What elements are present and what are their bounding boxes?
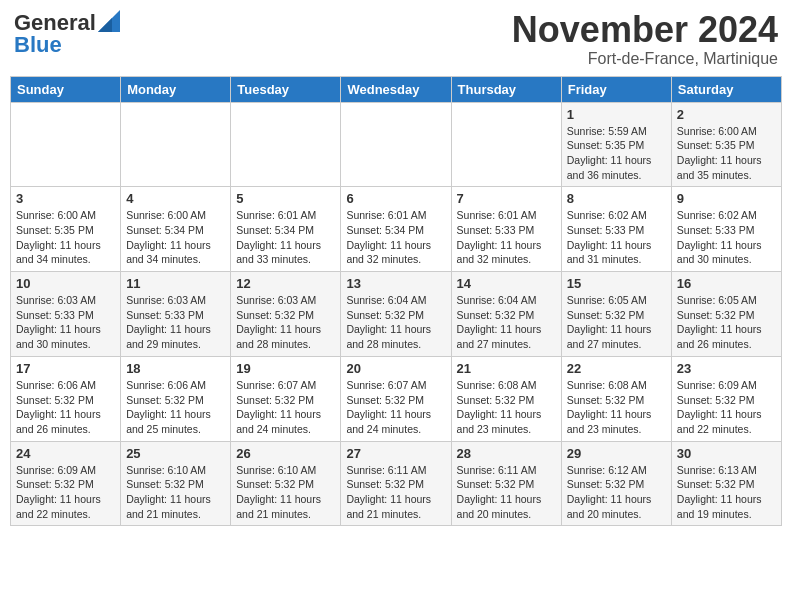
day-info: Sunrise: 6:02 AM Sunset: 5:33 PM Dayligh… <box>567 208 666 267</box>
calendar-cell: 5Sunrise: 6:01 AM Sunset: 5:34 PM Daylig… <box>231 187 341 272</box>
calendar-cell: 28Sunrise: 6:11 AM Sunset: 5:32 PM Dayli… <box>451 441 561 526</box>
day-number: 28 <box>457 446 556 461</box>
day-number: 1 <box>567 107 666 122</box>
day-number: 3 <box>16 191 115 206</box>
weekday-header-tuesday: Tuesday <box>231 76 341 102</box>
location: Fort-de-France, Martinique <box>512 50 778 68</box>
weekday-header-wednesday: Wednesday <box>341 76 451 102</box>
day-info: Sunrise: 6:10 AM Sunset: 5:32 PM Dayligh… <box>126 463 225 522</box>
calendar-cell: 22Sunrise: 6:08 AM Sunset: 5:32 PM Dayli… <box>561 356 671 441</box>
day-info: Sunrise: 6:04 AM Sunset: 5:32 PM Dayligh… <box>457 293 556 352</box>
day-number: 4 <box>126 191 225 206</box>
day-info: Sunrise: 6:02 AM Sunset: 5:33 PM Dayligh… <box>677 208 776 267</box>
calendar-cell: 4Sunrise: 6:00 AM Sunset: 5:34 PM Daylig… <box>121 187 231 272</box>
calendar-cell: 10Sunrise: 6:03 AM Sunset: 5:33 PM Dayli… <box>11 272 121 357</box>
day-info: Sunrise: 6:05 AM Sunset: 5:32 PM Dayligh… <box>677 293 776 352</box>
calendar-cell: 2Sunrise: 6:00 AM Sunset: 5:35 PM Daylig… <box>671 102 781 187</box>
day-info: Sunrise: 6:00 AM Sunset: 5:35 PM Dayligh… <box>677 124 776 183</box>
day-number: 25 <box>126 446 225 461</box>
calendar-cell: 14Sunrise: 6:04 AM Sunset: 5:32 PM Dayli… <box>451 272 561 357</box>
day-number: 24 <box>16 446 115 461</box>
calendar-cell: 30Sunrise: 6:13 AM Sunset: 5:32 PM Dayli… <box>671 441 781 526</box>
day-info: Sunrise: 6:13 AM Sunset: 5:32 PM Dayligh… <box>677 463 776 522</box>
day-number: 27 <box>346 446 445 461</box>
day-info: Sunrise: 6:08 AM Sunset: 5:32 PM Dayligh… <box>567 378 666 437</box>
day-info: Sunrise: 6:04 AM Sunset: 5:32 PM Dayligh… <box>346 293 445 352</box>
day-number: 14 <box>457 276 556 291</box>
day-info: Sunrise: 6:01 AM Sunset: 5:34 PM Dayligh… <box>346 208 445 267</box>
calendar-table: SundayMondayTuesdayWednesdayThursdayFrid… <box>10 76 782 527</box>
day-info: Sunrise: 6:11 AM Sunset: 5:32 PM Dayligh… <box>346 463 445 522</box>
calendar-cell <box>11 102 121 187</box>
day-number: 2 <box>677 107 776 122</box>
calendar-cell: 24Sunrise: 6:09 AM Sunset: 5:32 PM Dayli… <box>11 441 121 526</box>
calendar-cell: 6Sunrise: 6:01 AM Sunset: 5:34 PM Daylig… <box>341 187 451 272</box>
page-header: General Blue November 2024 Fort-de-Franc… <box>10 10 782 68</box>
day-number: 9 <box>677 191 776 206</box>
day-info: Sunrise: 6:03 AM Sunset: 5:33 PM Dayligh… <box>16 293 115 352</box>
day-number: 16 <box>677 276 776 291</box>
day-number: 7 <box>457 191 556 206</box>
day-info: Sunrise: 6:12 AM Sunset: 5:32 PM Dayligh… <box>567 463 666 522</box>
day-info: Sunrise: 6:06 AM Sunset: 5:32 PM Dayligh… <box>16 378 115 437</box>
day-info: Sunrise: 6:09 AM Sunset: 5:32 PM Dayligh… <box>16 463 115 522</box>
weekday-header-saturday: Saturday <box>671 76 781 102</box>
calendar-cell: 11Sunrise: 6:03 AM Sunset: 5:33 PM Dayli… <box>121 272 231 357</box>
day-number: 12 <box>236 276 335 291</box>
month-title: November 2024 <box>512 10 778 50</box>
day-number: 10 <box>16 276 115 291</box>
calendar-cell <box>341 102 451 187</box>
day-number: 21 <box>457 361 556 376</box>
day-number: 22 <box>567 361 666 376</box>
calendar-cell: 29Sunrise: 6:12 AM Sunset: 5:32 PM Dayli… <box>561 441 671 526</box>
calendar-cell: 18Sunrise: 6:06 AM Sunset: 5:32 PM Dayli… <box>121 356 231 441</box>
logo-blue: Blue <box>14 32 62 58</box>
calendar-cell: 1Sunrise: 5:59 AM Sunset: 5:35 PM Daylig… <box>561 102 671 187</box>
calendar-cell: 21Sunrise: 6:08 AM Sunset: 5:32 PM Dayli… <box>451 356 561 441</box>
calendar-cell: 12Sunrise: 6:03 AM Sunset: 5:32 PM Dayli… <box>231 272 341 357</box>
day-number: 15 <box>567 276 666 291</box>
calendar-cell: 3Sunrise: 6:00 AM Sunset: 5:35 PM Daylig… <box>11 187 121 272</box>
day-number: 26 <box>236 446 335 461</box>
calendar-cell: 9Sunrise: 6:02 AM Sunset: 5:33 PM Daylig… <box>671 187 781 272</box>
day-number: 13 <box>346 276 445 291</box>
calendar-cell: 16Sunrise: 6:05 AM Sunset: 5:32 PM Dayli… <box>671 272 781 357</box>
calendar-week-5: 24Sunrise: 6:09 AM Sunset: 5:32 PM Dayli… <box>11 441 782 526</box>
svg-marker-1 <box>98 18 112 32</box>
day-info: Sunrise: 6:03 AM Sunset: 5:32 PM Dayligh… <box>236 293 335 352</box>
calendar-cell: 27Sunrise: 6:11 AM Sunset: 5:32 PM Dayli… <box>341 441 451 526</box>
day-info: Sunrise: 6:05 AM Sunset: 5:32 PM Dayligh… <box>567 293 666 352</box>
calendar-cell: 17Sunrise: 6:06 AM Sunset: 5:32 PM Dayli… <box>11 356 121 441</box>
calendar-cell: 8Sunrise: 6:02 AM Sunset: 5:33 PM Daylig… <box>561 187 671 272</box>
logo: General Blue <box>14 10 120 58</box>
day-number: 5 <box>236 191 335 206</box>
calendar-cell: 20Sunrise: 6:07 AM Sunset: 5:32 PM Dayli… <box>341 356 451 441</box>
day-info: Sunrise: 6:03 AM Sunset: 5:33 PM Dayligh… <box>126 293 225 352</box>
weekday-header-monday: Monday <box>121 76 231 102</box>
calendar-week-1: 1Sunrise: 5:59 AM Sunset: 5:35 PM Daylig… <box>11 102 782 187</box>
day-info: Sunrise: 6:07 AM Sunset: 5:32 PM Dayligh… <box>346 378 445 437</box>
calendar-cell: 19Sunrise: 6:07 AM Sunset: 5:32 PM Dayli… <box>231 356 341 441</box>
weekday-header-friday: Friday <box>561 76 671 102</box>
calendar-cell: 15Sunrise: 6:05 AM Sunset: 5:32 PM Dayli… <box>561 272 671 357</box>
weekday-header-sunday: Sunday <box>11 76 121 102</box>
day-info: Sunrise: 6:07 AM Sunset: 5:32 PM Dayligh… <box>236 378 335 437</box>
day-info: Sunrise: 6:06 AM Sunset: 5:32 PM Dayligh… <box>126 378 225 437</box>
day-number: 17 <box>16 361 115 376</box>
logo-icon <box>98 10 120 32</box>
calendar-header-row: SundayMondayTuesdayWednesdayThursdayFrid… <box>11 76 782 102</box>
calendar-week-3: 10Sunrise: 6:03 AM Sunset: 5:33 PM Dayli… <box>11 272 782 357</box>
day-info: Sunrise: 6:01 AM Sunset: 5:34 PM Dayligh… <box>236 208 335 267</box>
weekday-header-thursday: Thursday <box>451 76 561 102</box>
day-info: Sunrise: 6:11 AM Sunset: 5:32 PM Dayligh… <box>457 463 556 522</box>
title-area: November 2024 Fort-de-France, Martinique <box>512 10 778 68</box>
day-number: 29 <box>567 446 666 461</box>
calendar-cell: 13Sunrise: 6:04 AM Sunset: 5:32 PM Dayli… <box>341 272 451 357</box>
day-number: 20 <box>346 361 445 376</box>
day-info: Sunrise: 6:10 AM Sunset: 5:32 PM Dayligh… <box>236 463 335 522</box>
day-info: Sunrise: 6:00 AM Sunset: 5:35 PM Dayligh… <box>16 208 115 267</box>
day-info: Sunrise: 6:09 AM Sunset: 5:32 PM Dayligh… <box>677 378 776 437</box>
day-info: Sunrise: 6:01 AM Sunset: 5:33 PM Dayligh… <box>457 208 556 267</box>
day-info: Sunrise: 6:08 AM Sunset: 5:32 PM Dayligh… <box>457 378 556 437</box>
day-info: Sunrise: 6:00 AM Sunset: 5:34 PM Dayligh… <box>126 208 225 267</box>
